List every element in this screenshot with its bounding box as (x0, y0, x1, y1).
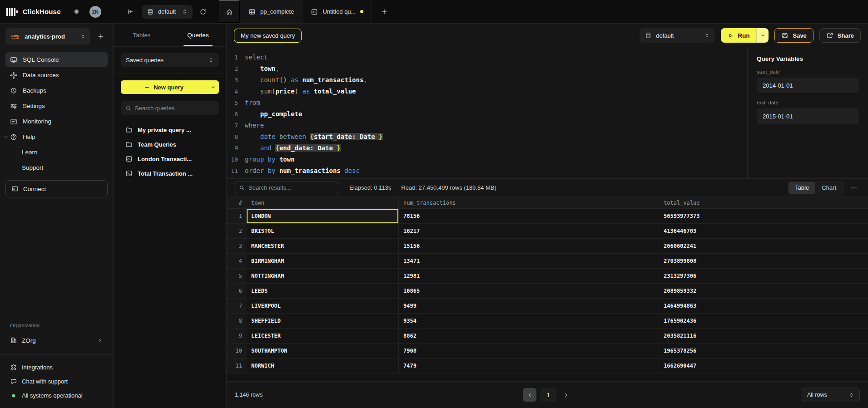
end-date-input[interactable] (757, 108, 859, 124)
cell-num-transactions[interactable]: 16217 (398, 224, 659, 238)
cell-total-value[interactable]: 4136446703 (659, 224, 868, 238)
cell-town[interactable]: NOTTINGHAM (247, 269, 398, 283)
run-options-button[interactable] (756, 28, 769, 43)
organization-item[interactable]: ZOrg (5, 333, 108, 348)
sidebar-item-data-sources[interactable]: Data sources (5, 68, 108, 83)
tab-untitled-qu[interactable]: Untitled qu... (302, 0, 372, 23)
workspace-select[interactable]: aws analytics-prod (5, 28, 90, 44)
column-header-num-transactions[interactable]: num_transactions (398, 197, 659, 208)
collapse-panel-button[interactable] (124, 5, 137, 19)
sidebar-item-monitoring[interactable]: Monitoring (5, 114, 108, 129)
cell-num-transactions[interactable]: 10865 (398, 284, 659, 298)
tab-pp-complete[interactable]: pp_complete (240, 0, 302, 23)
cell-town[interactable]: SOUTHAMPTON (247, 344, 398, 358)
saved-query-tab[interactable]: My new saved query (234, 29, 302, 43)
table-row[interactable]: 1 LONDON 78156 56593977373 (227, 209, 868, 224)
cell-num-transactions[interactable]: 7479 (398, 359, 659, 373)
sidebar-item-sql-console[interactable]: SQL Console (5, 52, 108, 67)
cell-num-transactions[interactable]: 7908 (398, 344, 659, 358)
cell-total-value[interactable]: 2035821116 (659, 329, 868, 343)
next-page-button[interactable] (560, 388, 572, 402)
editor-database-select[interactable]: default (640, 28, 715, 43)
add-service-button[interactable] (94, 29, 108, 43)
tab-tables[interactable]: Tables (114, 24, 170, 46)
save-button[interactable]: Save (774, 28, 813, 43)
cell-total-value[interactable]: 56593977373 (659, 209, 868, 223)
clickhouse-logo-icon[interactable] (6, 7, 18, 16)
cell-town[interactable]: LONDON (247, 209, 398, 223)
home-button[interactable] (219, 0, 240, 23)
cell-total-value[interactable]: 1965378256 (659, 344, 868, 358)
new-tab-button[interactable] (377, 5, 391, 19)
new-query-button[interactable]: New query (121, 80, 219, 94)
share-button[interactable]: Share (819, 28, 861, 43)
view-chart-button[interactable]: Chart (815, 182, 843, 194)
table-row[interactable]: 2 BRISTOL 16217 4136446703 (227, 224, 868, 239)
cell-num-transactions[interactable]: 9499 (398, 299, 659, 313)
cell-num-transactions[interactable]: 12981 (398, 269, 659, 283)
cell-town[interactable]: BRISTOL (247, 224, 398, 238)
cell-num-transactions[interactable]: 13471 (398, 254, 659, 268)
cell-total-value[interactable]: 2313297306 (659, 269, 868, 283)
page-size-select[interactable]: All rows (802, 388, 860, 402)
cell-total-value[interactable]: 2703899808 (659, 254, 868, 268)
cell-town[interactable]: SHEFFIELD (247, 314, 398, 328)
cell-total-value[interactable]: 1464994863 (659, 299, 868, 313)
cell-town[interactable]: MANCHESTER (247, 239, 398, 253)
sidebar-footer-all-systems-operational[interactable]: All systems operational (0, 388, 113, 403)
column-header-total-value[interactable]: total_value (659, 197, 868, 208)
results-more-button[interactable] (847, 181, 861, 195)
cell-town[interactable]: LEEDS (247, 284, 398, 298)
connect-button[interactable]: Connect (5, 180, 108, 197)
sidebar-item-settings[interactable]: Settings (5, 98, 108, 113)
queries-search-input[interactable] (135, 105, 214, 112)
table-row[interactable]: 10 SOUTHAMPTON 7908 1965378256 (227, 344, 868, 359)
sidebar-item-learn[interactable]: Learn (5, 145, 108, 160)
cell-total-value[interactable]: 1662690447 (659, 359, 868, 373)
topbar-database-select[interactable]: default (142, 5, 193, 19)
table-row[interactable]: 7 LIVERPOOL 9499 1464994863 (227, 299, 868, 314)
cell-num-transactions[interactable]: 8862 (398, 329, 659, 343)
run-button[interactable]: Run (721, 28, 769, 43)
new-query-options-button[interactable] (207, 80, 219, 94)
table-row[interactable]: 4 BIRMINGHAM 13471 2703899808 (227, 254, 868, 269)
table-row[interactable]: 5 NOTTINGHAM 12981 2313297306 (227, 269, 868, 284)
cell-town[interactable]: LIVERPOOL (247, 299, 398, 313)
column-header-index[interactable]: # (227, 197, 247, 208)
table-row[interactable]: 6 LEEDS 10865 2089859332 (227, 284, 868, 299)
cell-town[interactable]: NORWICH (247, 359, 398, 373)
prev-page-button[interactable] (523, 388, 536, 402)
sidebar-item-backups[interactable]: Backups (5, 83, 108, 98)
saved-query-item-total-transaction[interactable]: Total Transaction ... (121, 166, 219, 181)
sidebar-item-help[interactable]: Help (5, 129, 108, 144)
cell-total-value[interactable]: 1765902436 (659, 314, 868, 328)
cell-num-transactions[interactable]: 78156 (398, 209, 659, 223)
column-header-town[interactable]: town (247, 197, 398, 208)
sidebar-item-support[interactable]: Support (5, 160, 108, 175)
saved-query-item-my-private-query[interactable]: My private query ... (121, 123, 219, 137)
sidebar-footer-integrations[interactable]: Integrations (0, 360, 113, 374)
cell-town[interactable]: BIRMINGHAM (247, 254, 398, 268)
cell-total-value[interactable]: 2089859332 (659, 284, 868, 298)
saved-queries-select[interactable]: Saved queries (121, 53, 219, 67)
cell-num-transactions[interactable]: 9354 (398, 314, 659, 328)
cell-num-transactions[interactable]: 15156 (398, 239, 659, 253)
tab-queries[interactable]: Queries (170, 24, 226, 46)
current-page[interactable]: 1 (540, 388, 556, 402)
start-date-input[interactable] (757, 78, 859, 93)
table-row[interactable]: 8 SHEFFIELD 9354 1765902436 (227, 314, 868, 329)
view-table-button[interactable]: Table (789, 182, 815, 194)
saved-query-item-london-transacti[interactable]: London Transacti... (121, 152, 219, 166)
refresh-button[interactable] (196, 5, 210, 19)
chevron-down-icon (760, 33, 766, 39)
table-row[interactable]: 9 LEICESTER 8862 2035821116 (227, 329, 868, 344)
cell-town[interactable]: LEICESTER (247, 329, 398, 343)
results-search-input[interactable] (248, 184, 334, 191)
sidebar-footer-chat-with-support[interactable]: Chat with support (0, 374, 113, 388)
saved-query-item-team-queries[interactable]: Team Queries (121, 137, 219, 152)
table-row[interactable]: 11 NORWICH 7479 1662690447 (227, 359, 868, 374)
table-row[interactable]: 3 MANCHESTER 15156 2660602241 (227, 239, 868, 254)
sql-editor[interactable]: 1 select 2 town, 3 count() as num_transa… (227, 47, 747, 178)
cell-total-value[interactable]: 2660602241 (659, 239, 868, 253)
user-avatar[interactable]: ZN (89, 6, 101, 18)
